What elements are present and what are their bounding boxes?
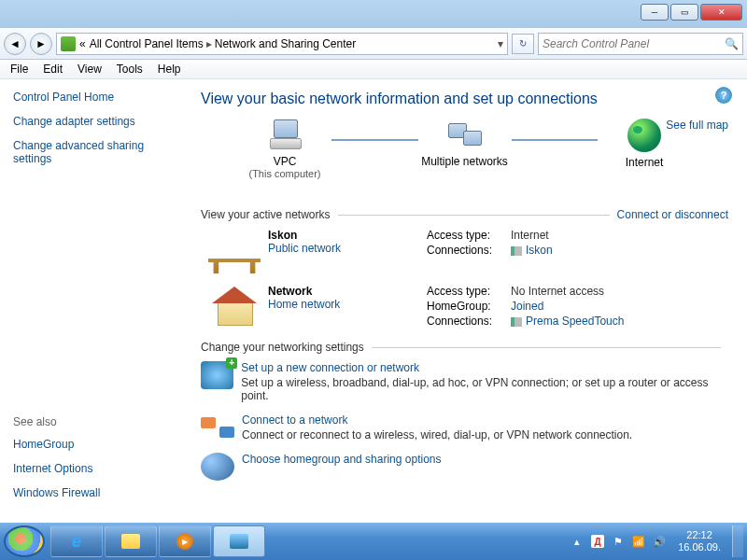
network-type-link[interactable]: Home network <box>268 298 427 311</box>
breadcrumb-sep: ▸ <box>206 37 212 50</box>
setting-desc: Connect or reconnect to a wireless, wire… <box>242 428 632 441</box>
setting-desc: Set up a wireless, broadband, dial-up, a… <box>241 376 728 402</box>
setting-link[interactable]: Connect to a network <box>242 413 632 427</box>
connect-disconnect-link[interactable]: Connect or disconnect <box>617 208 728 221</box>
sidebar-internet-options[interactable]: Internet Options <box>13 462 178 475</box>
map-node-pc[interactable]: VPC (This computer) <box>229 119 341 179</box>
minimize-button[interactable]: ─ <box>641 4 669 21</box>
address-dropdown-icon[interactable]: ▾ <box>498 37 503 50</box>
taskbar: e ▸ ▴ Д ⚑ 📶 🔊 22:12 16.06.09. <box>0 523 747 560</box>
ie-icon: e <box>72 532 81 552</box>
search-icon[interactable]: 🔍 <box>725 37 739 50</box>
clock-date: 16.06.09. <box>678 541 721 553</box>
map-node-networks[interactable]: Multiple networks <box>409 119 521 179</box>
menu-bar: File Edit View Tools Help <box>0 60 747 79</box>
content-pane: ? View your basic network information an… <box>191 79 747 523</box>
setup-new-connection[interactable]: Set up a new connection or network Set u… <box>201 361 728 402</box>
taskbar-ie[interactable]: e <box>50 525 103 557</box>
tray-flag-icon[interactable]: ⚑ <box>611 534 626 549</box>
refresh-button[interactable]: ↻ <box>512 34 534 54</box>
setting-link[interactable]: Choose homegroup and sharing options <box>242 453 441 466</box>
sidebar-homegroup[interactable]: HomeGroup <box>13 438 178 451</box>
tray-show-hidden[interactable]: ▴ <box>570 534 585 549</box>
search-input[interactable] <box>543 37 725 50</box>
homegroup-label: HomeGroup: <box>427 300 511 313</box>
network-block-home: Network Home network Access type:No Inte… <box>201 285 728 329</box>
close-button[interactable]: ✕ <box>700 4 742 21</box>
menu-view[interactable]: View <box>70 61 109 77</box>
menu-edit[interactable]: Edit <box>35 61 70 77</box>
breadcrumb-item[interactable]: Network and Sharing Center <box>215 37 356 50</box>
map-internet-label: Internet <box>588 156 700 169</box>
map-pc-label: VPC <box>229 155 341 168</box>
signal-icon <box>511 246 522 256</box>
title-bar: ─ ▭ ✕ <box>0 0 747 28</box>
system-tray: ▴ Д ⚑ 📶 🔊 22:12 16.06.09. <box>570 525 743 557</box>
computer-icon <box>266 119 303 151</box>
tray-volume-icon[interactable]: 🔊 <box>652 534 667 549</box>
access-type-label: Access type: <box>427 229 511 242</box>
tray-antivirus-icon[interactable]: Д <box>590 534 605 549</box>
tray-network-icon[interactable]: 📶 <box>631 534 646 549</box>
search-box[interactable]: 🔍 <box>538 33 743 55</box>
folder-icon <box>121 534 140 549</box>
address-bar[interactable]: « All Control Panel Items ▸ Network and … <box>56 33 508 55</box>
access-type-value: No Internet access <box>511 285 604 298</box>
active-networks-header: View your active networks Connect or dis… <box>201 208 728 221</box>
settings-header: Change your networking settings <box>201 341 728 354</box>
sidebar-cp-home[interactable]: Control Panel Home <box>13 91 178 104</box>
sidebar-adapter-settings[interactable]: Change adapter settings <box>13 115 178 128</box>
signal-icon <box>511 317 522 327</box>
network-block-iskon: Iskon Public network Access type:Interne… <box>201 229 728 273</box>
menu-help[interactable]: Help <box>150 61 189 77</box>
breadcrumb-item[interactable]: All Control Panel Items <box>90 37 204 50</box>
map-line <box>331 139 418 141</box>
map-pc-sublabel: (This computer) <box>229 168 341 179</box>
help-icon[interactable]: ? <box>715 87 732 104</box>
connection-link[interactable]: Prema SpeedTouch <box>511 315 624 328</box>
tray-clock[interactable]: 22:12 16.06.09. <box>678 529 721 553</box>
taskbar-wmp[interactable]: ▸ <box>159 525 211 557</box>
network-name: Network <box>268 285 427 298</box>
show-desktop-button[interactable] <box>732 525 743 557</box>
active-networks-title: View your active networks <box>201 208 331 221</box>
see-full-map-link[interactable]: See full map <box>666 119 728 132</box>
connect-to-network[interactable]: Connect to a network Connect or reconnec… <box>201 413 728 441</box>
page-title: View your basic network information and … <box>201 91 728 107</box>
menu-tools[interactable]: Tools <box>109 61 150 77</box>
map-mid-label: Multiple networks <box>409 155 521 168</box>
network-type-link[interactable]: Public network <box>268 242 427 255</box>
sidebar-windows-firewall[interactable]: Windows Firewall <box>13 486 178 499</box>
sidebar-seealso-label: See also <box>13 415 178 428</box>
sidebar: Control Panel Home Change adapter settin… <box>0 79 191 523</box>
connections-label: Connections: <box>427 315 511 328</box>
house-icon <box>208 285 261 329</box>
sidebar-advanced-sharing[interactable]: Change advanced sharing settings <box>13 139 178 165</box>
control-panel-icon <box>61 36 76 51</box>
homegroup-icon <box>201 453 234 481</box>
multiple-networks-icon <box>446 119 484 151</box>
new-connection-icon <box>201 361 233 389</box>
breadcrumb-prefix: « <box>79 37 86 50</box>
maximize-button[interactable]: ▭ <box>670 4 698 21</box>
settings-title: Change your networking settings <box>201 341 364 354</box>
back-button[interactable]: ◄ <box>4 33 26 55</box>
taskbar-controlpanel[interactable] <box>213 525 265 557</box>
homegroup-link[interactable]: Joined <box>511 300 543 313</box>
access-type-label: Access type: <box>427 285 511 298</box>
network-name: Iskon <box>268 229 427 242</box>
nav-toolbar: ◄ ► « All Control Panel Items ▸ Network … <box>0 28 747 60</box>
homegroup-options[interactable]: Choose homegroup and sharing options <box>201 453 728 481</box>
menu-file[interactable]: File <box>3 61 35 77</box>
control-panel-icon <box>230 534 248 549</box>
start-button[interactable] <box>4 525 45 557</box>
clock-time: 22:12 <box>678 529 721 541</box>
forward-button[interactable]: ► <box>30 33 52 55</box>
globe-icon <box>627 119 661 152</box>
setting-link[interactable]: Set up a new connection or network <box>241 361 728 374</box>
connection-link[interactable]: Iskon <box>511 244 553 257</box>
connect-network-icon <box>201 413 234 441</box>
map-line <box>512 139 599 141</box>
access-type-value: Internet <box>511 229 549 242</box>
taskbar-explorer[interactable] <box>105 525 157 557</box>
